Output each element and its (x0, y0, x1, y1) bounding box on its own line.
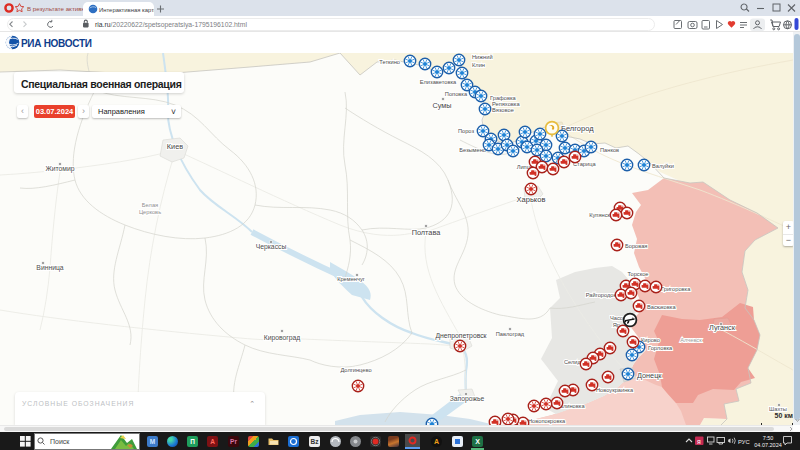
svg-text:Клин: Клин (472, 62, 485, 68)
svg-text:Васюковка: Васюковка (647, 304, 676, 310)
svg-text:Панков: Панков (600, 147, 619, 153)
svg-text:Теткино: Теткино (379, 59, 400, 65)
svg-text:Белая: Белая (142, 202, 158, 208)
svg-text:Павлоград: Павлоград (496, 331, 525, 337)
svg-text:Днепропетровск: Днепропетровск (435, 332, 486, 340)
svg-text:я: я (697, 438, 701, 445)
svg-text:Харьков: Харьков (517, 195, 546, 204)
svg-text:Донецк: Донецк (637, 371, 662, 380)
svg-text:Сумы: Сумы (432, 101, 451, 110)
svg-text:Новопокровка: Новопокровка (528, 418, 566, 424)
svg-text:Кировоград: Кировоград (264, 334, 301, 342)
svg-text:Нижний: Нижний (472, 54, 493, 60)
svg-text:Полтава: Полтава (412, 228, 442, 237)
svg-text:Безымено: Безымено (459, 147, 486, 153)
svg-text:Поповка: Поповка (445, 91, 468, 97)
svg-text:Долгинцево: Долгинцево (340, 367, 371, 373)
svg-text:Елизаветовка: Елизаветовка (420, 79, 457, 85)
svg-text:Кирово: Кирово (641, 337, 660, 343)
svg-text:Новоукраинка: Новоукраинка (596, 387, 634, 393)
svg-text:Кременчуг: Кременчуг (337, 276, 365, 282)
svg-text:Киев: Киев (167, 142, 183, 151)
svg-text:Алчевск: Алчевск (680, 337, 702, 343)
svg-text:Григоровка: Григоровка (661, 286, 691, 292)
svg-text:Черкассы: Черкассы (256, 243, 287, 251)
svg-text:Райгородок: Райгородок (586, 292, 617, 298)
svg-text:Валуйки: Валуйки (652, 163, 674, 169)
svg-text:Вязовое: Вязовое (492, 107, 514, 113)
svg-text:Боровая: Боровая (625, 243, 647, 249)
svg-text:Купянск: Купянск (589, 212, 610, 218)
svg-text:Горловка: Горловка (648, 345, 673, 351)
svg-text:Запорожье: Запорожье (450, 395, 485, 403)
svg-text:Пороз: Пороз (458, 128, 475, 134)
svg-text:Житомир: Житомир (45, 165, 74, 173)
svg-text:Винница: Винница (36, 264, 64, 272)
svg-text:РУС: РУС (738, 439, 750, 445)
svg-text:Торское: Торское (627, 271, 648, 277)
svg-text:Церковь: Церковь (139, 209, 161, 215)
